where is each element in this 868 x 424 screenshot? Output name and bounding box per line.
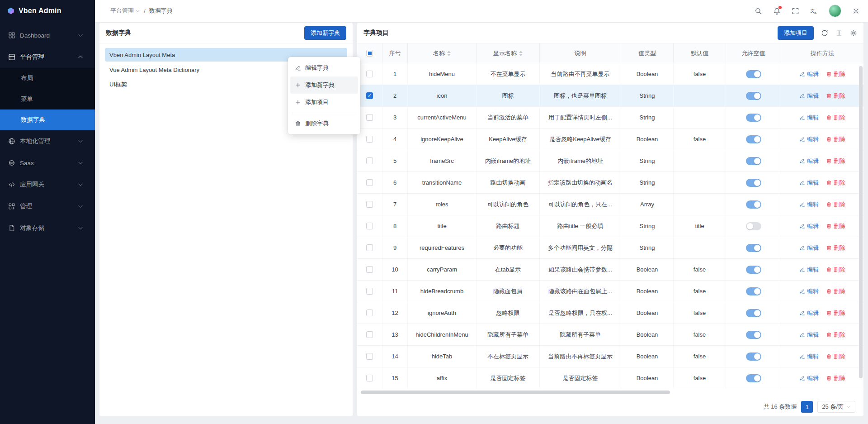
delete-button[interactable]: 删除	[826, 266, 845, 274]
notifications-bell-icon[interactable]	[773, 7, 781, 15]
edit-button[interactable]: 编辑	[799, 266, 819, 274]
delete-button[interactable]: 删除	[826, 374, 845, 382]
nullable-toggle[interactable]	[746, 331, 761, 339]
delete-button[interactable]: 删除	[826, 353, 845, 361]
row-checkbox[interactable]	[366, 71, 373, 77]
select-all-checkbox[interactable]	[366, 50, 373, 57]
settings-gear-icon[interactable]	[852, 7, 860, 15]
add-item-button[interactable]: 添加项目	[778, 26, 814, 40]
row-checkbox[interactable]	[366, 244, 373, 251]
sidebar-item-management[interactable]: 管理	[0, 195, 95, 217]
nullable-toggle[interactable]	[746, 353, 761, 361]
nullable-toggle[interactable]	[746, 374, 761, 382]
edit-button[interactable]: 编辑	[799, 244, 819, 252]
sort-icon[interactable]	[447, 51, 451, 56]
row-checkbox[interactable]	[366, 223, 373, 229]
delete-button[interactable]: 删除	[826, 200, 845, 209]
vertical-scrollbar-thumb[interactable]	[859, 66, 863, 378]
sidebar-item-saas[interactable]: Saas	[0, 152, 95, 174]
sidebar-item-dashboard[interactable]: Dashboard	[0, 24, 95, 46]
row-checkbox[interactable]	[366, 288, 373, 295]
breadcrumb-parent[interactable]: 平台管理	[110, 7, 140, 15]
sidebar-subitem-data-dictionary[interactable]: 数据字典	[0, 110, 95, 130]
nullable-toggle[interactable]	[746, 92, 761, 100]
page-size-select[interactable]: 25 条/页	[817, 401, 855, 413]
edit-button[interactable]: 编辑	[799, 374, 819, 382]
sidebar-item-localization[interactable]: 本地化管理	[0, 130, 95, 152]
column-header-name[interactable]: 名称	[408, 43, 476, 63]
fullscreen-icon[interactable]	[792, 7, 799, 15]
sidebar-subitem-layout[interactable]: 布局	[0, 68, 95, 89]
search-icon[interactable]	[755, 7, 762, 15]
delete-button[interactable]: 删除	[826, 287, 845, 295]
translate-icon[interactable]: 文A	[810, 7, 818, 15]
items-panel-header: 字典项目 添加项目	[357, 23, 863, 43]
menu-item-add-new-dictionary[interactable]: 添加新字典	[290, 76, 358, 94]
delete-button[interactable]: 删除	[826, 309, 845, 317]
delete-button[interactable]: 删除	[826, 157, 845, 165]
app-logo[interactable]: Vben Admin	[0, 0, 95, 22]
delete-button[interactable]: 删除	[826, 244, 845, 252]
edit-button[interactable]: 编辑	[799, 92, 819, 100]
delete-button[interactable]: 删除	[826, 114, 845, 122]
delete-button[interactable]: 删除	[826, 92, 845, 100]
edit-button[interactable]: 编辑	[799, 200, 819, 209]
row-checkbox[interactable]	[366, 331, 373, 338]
menu-item-delete-dictionary[interactable]: 删除字典	[290, 115, 358, 132]
delete-button[interactable]: 删除	[826, 70, 845, 78]
edit-button[interactable]: 编辑	[799, 309, 819, 317]
sidebar-item-object-storage[interactable]: 对象存储	[0, 217, 95, 239]
column-settings-gear-icon[interactable]	[850, 29, 857, 37]
add-dictionary-button[interactable]: 添加新字典	[304, 26, 346, 40]
trash-icon	[826, 71, 832, 77]
horizontal-scrollbar-thumb[interactable]	[361, 391, 670, 394]
sidebar-subitem-menu[interactable]: 菜单	[0, 89, 95, 110]
user-avatar[interactable]	[829, 5, 841, 17]
edit-button[interactable]: 编辑	[799, 70, 819, 78]
row-checkbox[interactable]	[366, 114, 373, 121]
nullable-toggle[interactable]	[746, 222, 761, 230]
refresh-icon[interactable]	[821, 29, 828, 37]
edit-button[interactable]: 编辑	[799, 331, 819, 339]
edit-button[interactable]: 编辑	[799, 157, 819, 165]
nullable-toggle[interactable]	[746, 200, 761, 209]
sort-icon[interactable]	[519, 51, 523, 56]
delete-button[interactable]: 删除	[826, 331, 845, 339]
row-checkbox[interactable]	[366, 157, 373, 164]
row-checkbox[interactable]	[366, 179, 373, 186]
nullable-toggle[interactable]	[746, 135, 761, 143]
row-checkbox[interactable]	[366, 310, 373, 316]
nullable-toggle[interactable]	[746, 70, 761, 78]
row-height-icon[interactable]	[835, 29, 843, 37]
row-checkbox[interactable]	[366, 266, 373, 273]
sidebar-item-platform-management[interactable]: 平台管理	[0, 46, 95, 68]
row-checkbox[interactable]	[366, 201, 373, 208]
edit-button[interactable]: 编辑	[799, 135, 819, 143]
column-header-display-name[interactable]: 显示名称	[476, 43, 540, 63]
row-checkbox[interactable]	[366, 136, 373, 143]
edit-button[interactable]: 编辑	[799, 222, 819, 230]
nullable-toggle[interactable]	[746, 157, 761, 165]
edit-button[interactable]: 编辑	[799, 179, 819, 187]
nullable-toggle[interactable]	[746, 266, 761, 274]
cell-index: 1	[382, 63, 408, 85]
nullable-toggle[interactable]	[746, 114, 761, 122]
sidebar-item-app-gateway[interactable]: 应用网关	[0, 174, 95, 195]
edit-button[interactable]: 编辑	[799, 287, 819, 295]
nullable-toggle[interactable]	[746, 287, 761, 295]
pagination-page-button[interactable]: 1	[801, 401, 813, 413]
delete-button[interactable]: 删除	[826, 179, 845, 187]
menu-item-edit-dictionary[interactable]: 编辑字典	[290, 59, 358, 76]
edit-button[interactable]: 编辑	[799, 114, 819, 122]
row-checkbox[interactable]	[366, 375, 373, 381]
nullable-toggle[interactable]	[746, 179, 761, 187]
row-checkbox[interactable]: ✓	[366, 92, 373, 99]
delete-button[interactable]: 删除	[826, 135, 845, 143]
menu-item-add-item[interactable]: 添加项目	[290, 94, 358, 111]
edit-button[interactable]: 编辑	[799, 353, 819, 361]
nullable-toggle[interactable]	[746, 244, 761, 252]
cell-description: 图标，也是菜单图标	[540, 85, 621, 106]
nullable-toggle[interactable]	[746, 309, 761, 317]
row-checkbox[interactable]	[366, 353, 373, 360]
delete-button[interactable]: 删除	[826, 222, 845, 230]
